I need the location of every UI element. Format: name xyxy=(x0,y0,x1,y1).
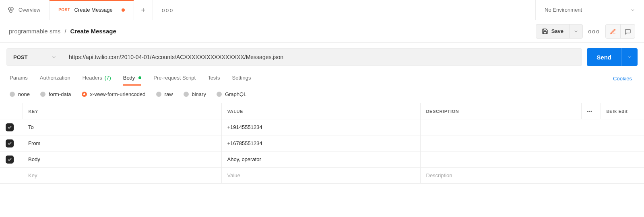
request-more-button[interactable]: ooo xyxy=(587,24,601,39)
send-label: Send xyxy=(597,54,611,61)
tab-settings[interactable]: Settings xyxy=(232,72,251,86)
tab-authorization[interactable]: Authorization xyxy=(40,72,70,86)
edit-button[interactable] xyxy=(606,25,620,39)
save-options-button[interactable] xyxy=(569,25,582,38)
chevron-down-icon xyxy=(630,8,635,12)
radio-knob-icon xyxy=(10,92,15,97)
radio-graphql-label: GraphQL xyxy=(225,91,246,97)
tab-prerequest[interactable]: Pre-request Script xyxy=(153,72,196,86)
placeholder-value[interactable]: Value xyxy=(221,168,420,184)
dots-icon: ••• xyxy=(587,109,592,114)
tab-prerequest-label: Pre-request Script xyxy=(153,75,196,81)
row-checkbox[interactable] xyxy=(6,156,14,164)
radio-knob-icon xyxy=(156,92,161,97)
row-description[interactable] xyxy=(420,151,644,168)
breadcrumb-actions: Save ooo xyxy=(536,24,635,39)
body-has-content-dot xyxy=(138,76,141,79)
headers-count-badge: (7) xyxy=(105,75,111,81)
tab-overview[interactable]: Overview xyxy=(0,0,50,20)
comment-button[interactable] xyxy=(620,25,635,39)
row-key[interactable]: To xyxy=(23,119,221,135)
kv-row: To +19145551234 xyxy=(0,119,644,135)
radio-binary-label: binary xyxy=(192,91,206,97)
row-description[interactable] xyxy=(420,135,644,151)
header-key xyxy=(23,103,221,119)
request-row: POST Send xyxy=(0,43,644,68)
send-button[interactable]: Send xyxy=(587,48,621,66)
cookies-label: Cookies xyxy=(613,76,632,82)
body-kv-table: ••• Bulk Edit To +19145551234 From +1678… xyxy=(0,103,644,184)
tab-params[interactable]: Params xyxy=(10,72,28,86)
radio-formdata[interactable]: form-data xyxy=(40,91,71,97)
method-select[interactable]: POST xyxy=(7,49,63,66)
check-icon xyxy=(7,125,12,130)
header-more-button[interactable]: ••• xyxy=(581,103,601,119)
radio-raw-label: raw xyxy=(165,91,173,97)
breadcrumb-collection[interactable]: programmable sms xyxy=(9,28,60,35)
tab-overview-label: Overview xyxy=(19,7,40,13)
kv-placeholder-row: Key Value Description xyxy=(0,168,644,184)
tab-headers-label: Headers xyxy=(83,75,102,81)
placeholder-key[interactable]: Key xyxy=(23,168,221,184)
dots-icon: ooo xyxy=(162,7,173,13)
tab-headers[interactable]: Headers (7) xyxy=(83,72,111,86)
top-tab-bar: Overview POST Create Message ooo No Envi… xyxy=(0,0,644,20)
row-value[interactable]: +19145551234 xyxy=(221,119,420,135)
chevron-down-icon xyxy=(627,55,632,59)
radio-knob-icon xyxy=(40,92,45,97)
radio-binary[interactable]: binary xyxy=(184,91,206,97)
cookies-link[interactable]: Cookies xyxy=(613,76,634,82)
radio-knob-icon xyxy=(82,92,87,97)
chevron-down-icon xyxy=(574,29,578,34)
url-input[interactable] xyxy=(63,49,582,66)
radio-none[interactable]: none xyxy=(10,91,30,97)
svg-point-2 xyxy=(10,10,12,12)
row-value[interactable]: Ahoy, operator xyxy=(221,151,420,168)
bulk-edit-label: Bulk Edit xyxy=(607,109,628,114)
check-icon xyxy=(7,157,12,162)
row-checkbox[interactable] xyxy=(6,139,14,147)
radio-none-label: none xyxy=(18,91,30,97)
tab-authorization-label: Authorization xyxy=(40,75,70,81)
tab-tests[interactable]: Tests xyxy=(208,72,220,86)
radio-knob-icon xyxy=(217,92,222,97)
radio-urlencoded[interactable]: x-www-form-urlencoded xyxy=(82,91,146,97)
save-button[interactable]: Save xyxy=(536,25,569,38)
tab-create-message[interactable]: POST Create Message xyxy=(50,0,134,20)
header-checkbox-col xyxy=(0,103,23,119)
breadcrumb-current: Create Message xyxy=(70,28,116,35)
unsaved-dot-icon xyxy=(122,8,125,12)
row-key[interactable]: From xyxy=(23,135,221,151)
check-icon xyxy=(7,141,12,146)
radio-knob-icon xyxy=(184,92,189,97)
breadcrumb: programmable sms / Create Message xyxy=(9,28,116,35)
tab-body[interactable]: Body xyxy=(123,72,142,86)
radio-raw[interactable]: raw xyxy=(156,91,173,97)
header-value xyxy=(221,103,420,119)
tab-settings-label: Settings xyxy=(232,75,251,81)
row-value[interactable]: +16785551234 xyxy=(221,135,420,151)
tab-overflow-button[interactable]: ooo xyxy=(153,0,182,20)
save-icon xyxy=(542,28,548,35)
pencil-icon xyxy=(610,29,616,35)
tab-create-message-label: Create Message xyxy=(74,7,112,13)
bulk-edit-button[interactable]: Bulk Edit xyxy=(601,103,644,119)
radio-urlencoded-label: x-www-form-urlencoded xyxy=(90,91,146,97)
overview-icon xyxy=(7,6,14,14)
svg-point-0 xyxy=(8,8,11,10)
radio-formdata-label: form-data xyxy=(49,91,71,97)
row-key[interactable]: Body xyxy=(23,151,221,168)
svg-point-1 xyxy=(11,8,13,10)
placeholder-description[interactable]: Description xyxy=(420,168,644,184)
row-description[interactable] xyxy=(420,119,644,135)
row-checkbox-empty xyxy=(0,168,23,184)
tab-params-label: Params xyxy=(10,75,28,81)
tab-method-badge: POST xyxy=(58,8,70,12)
environment-select[interactable]: No Environment xyxy=(535,0,644,20)
new-tab-button[interactable] xyxy=(134,0,153,20)
row-checkbox[interactable] xyxy=(6,123,14,131)
plus-icon xyxy=(140,7,146,13)
radio-graphql[interactable]: GraphQL xyxy=(217,91,246,97)
breadcrumb-row: programmable sms / Create Message Save o… xyxy=(0,20,644,43)
send-options-button[interactable] xyxy=(621,48,638,66)
